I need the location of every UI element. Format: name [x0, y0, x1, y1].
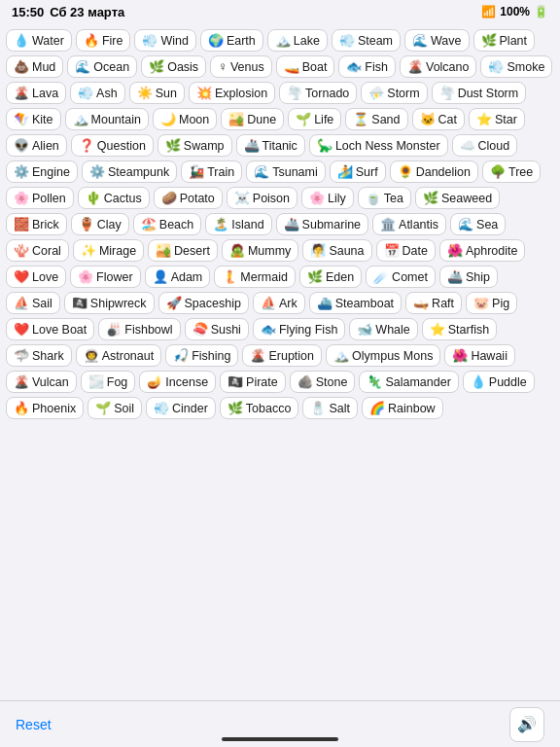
- tag-boat[interactable]: 🚤Boat: [276, 55, 335, 78]
- tag-raft[interactable]: 🛶Raft: [405, 292, 462, 314]
- tag-whale[interactable]: 🐋Whale: [349, 318, 417, 340]
- tag-surf[interactable]: 🏄Surf: [330, 160, 386, 183]
- tag-date[interactable]: 📅Date: [376, 239, 436, 262]
- tag-titanic[interactable]: 🚢Titanic: [236, 134, 305, 157]
- tag-fire[interactable]: 🔥Fire: [76, 29, 131, 52]
- tag-brick[interactable]: 🧱Brick: [6, 213, 67, 235]
- tag-pirate[interactable]: 🏴‍☠️Pirate: [220, 371, 286, 393]
- tag-mud[interactable]: 💩Mud: [6, 55, 63, 78]
- tag-pollen[interactable]: 🌸Pollen: [6, 187, 74, 209]
- tag-fog[interactable]: 🌫️Fog: [81, 371, 136, 393]
- tag-hawaii[interactable]: 🌺Hawaii: [444, 344, 515, 367]
- tag-beach[interactable]: 🏖️Beach: [133, 213, 201, 235]
- tag-wind[interactable]: 💨Wind: [134, 29, 195, 52]
- tag-alien[interactable]: 👽Alien: [6, 134, 67, 157]
- tag-clay[interactable]: 🏺Clay: [71, 213, 129, 235]
- tag-comet[interactable]: ☄️Comet: [366, 266, 436, 288]
- tag-seaweed[interactable]: 🌿Seaweed: [415, 187, 500, 209]
- tag-smoke[interactable]: 💨Smoke: [480, 55, 552, 78]
- tag-tree[interactable]: 🌳Tree: [482, 160, 541, 183]
- tag-rainbow[interactable]: 🌈Rainbow: [362, 397, 443, 419]
- tag-sand[interactable]: ⏳Sand: [345, 108, 407, 130]
- tag-sauna[interactable]: 🧖Sauna: [302, 239, 371, 262]
- tag-soil[interactable]: 🌱Soil: [88, 397, 142, 419]
- tag-life[interactable]: 🌱Life: [288, 108, 341, 130]
- tag-steamboat[interactable]: ⛴️Steamboat: [309, 292, 402, 314]
- tag-sea[interactable]: 🌊Sea: [450, 213, 506, 235]
- tag-mummy[interactable]: 🧟Mummy: [222, 239, 298, 262]
- tag-lake[interactable]: 🏔️Lake: [267, 29, 328, 52]
- tag-adam[interactable]: 👤Adam: [145, 266, 211, 288]
- tag-earth[interactable]: 🌍Earth: [200, 29, 263, 52]
- tag-lily[interactable]: 🌸Lily: [301, 187, 354, 209]
- tag-sushi[interactable]: 🍣Sushi: [185, 318, 249, 340]
- sound-button[interactable]: 🔊: [509, 707, 544, 742]
- tag-loch-ness-monster[interactable]: 🦕Loch Ness Monster: [309, 134, 448, 157]
- tag-wave[interactable]: 🌊Wave: [404, 29, 470, 52]
- tag-cinder[interactable]: 💨Cinder: [146, 397, 216, 419]
- tag-explosion[interactable]: 💥Explosion: [189, 82, 275, 104]
- tag-tobacco[interactable]: 🌿Tobacco: [220, 397, 299, 419]
- tag-aphrodite[interactable]: 🌺Aphrodite: [439, 239, 526, 262]
- tag-shipwreck[interactable]: 🏴‍☠️Shipwreck: [64, 292, 155, 314]
- tag-moon[interactable]: 🌙Moon: [153, 108, 217, 130]
- tag-sail[interactable]: ⛵Sail: [6, 292, 60, 314]
- tag-incense[interactable]: 🪔Incense: [139, 371, 216, 393]
- tag-mountain[interactable]: 🏔️Mountain: [65, 108, 149, 130]
- tag-fishing[interactable]: 🎣Fishing: [165, 344, 238, 367]
- tag-dust-storm[interactable]: 🌪️Dust Storm: [432, 82, 527, 104]
- tag-love[interactable]: ❤️Love: [6, 266, 66, 288]
- tag-engine[interactable]: ⚙️Engine: [6, 160, 78, 183]
- tag-steampunk[interactable]: ⚙️Steampunk: [82, 160, 177, 183]
- tag-salamander[interactable]: 🦎Salamander: [359, 371, 458, 393]
- tag-tea[interactable]: 🍵Tea: [358, 187, 411, 209]
- tag-puddle[interactable]: 💧Puddle: [463, 371, 535, 393]
- tag-volcano[interactable]: 🌋Volcano: [400, 55, 476, 78]
- tag-submarine[interactable]: 🚢Submarine: [276, 213, 368, 235]
- tag-eruption[interactable]: 🌋Eruption: [242, 344, 322, 367]
- tag-phoenix[interactable]: 🔥Phoenix: [6, 397, 84, 419]
- tag-eden[interactable]: 🌿Eden: [299, 266, 362, 288]
- tag-island[interactable]: 🏝️Island: [205, 213, 271, 235]
- reset-button[interactable]: Reset: [16, 717, 52, 732]
- tag-ocean[interactable]: 🌊Ocean: [67, 55, 137, 78]
- tag-starfish[interactable]: ⭐Starfish: [422, 318, 497, 340]
- tag-steam[interactable]: 💨Steam: [332, 29, 401, 52]
- tag-oasis[interactable]: 🌿Oasis: [141, 55, 206, 78]
- tag-vulcan[interactable]: 🌋Vulcan: [6, 371, 77, 393]
- tag-desert[interactable]: 🏜️Desert: [148, 239, 218, 262]
- tag-tornado[interactable]: 🌪️Tornado: [279, 82, 357, 104]
- tag-dandelion[interactable]: 🌻Dandelion: [390, 160, 478, 183]
- tag-sun[interactable]: ☀️Sun: [129, 82, 185, 104]
- tag-cloud[interactable]: ☁️Cloud: [452, 134, 518, 157]
- tag-kite[interactable]: 🪁Kite: [6, 108, 61, 130]
- tag-coral[interactable]: 🪸Coral: [6, 239, 69, 262]
- tag-ash[interactable]: 💨Ash: [70, 82, 125, 104]
- tag-spaceship[interactable]: 🚀Spaceship: [158, 292, 249, 314]
- tag-fish[interactable]: 🐟Fish: [338, 55, 396, 78]
- tag-tsunami[interactable]: 🌊Tsunami: [246, 160, 326, 183]
- tag-ship[interactable]: 🚢Ship: [439, 266, 498, 288]
- tag-love-boat[interactable]: ❤️Love Boat: [6, 318, 94, 340]
- tag-water[interactable]: 💧Water: [6, 29, 72, 52]
- tag-salt[interactable]: 🧂Salt: [302, 397, 358, 419]
- tag-mermaid[interactable]: 🧜Mermaid: [214, 266, 296, 288]
- tag-flower[interactable]: 🌸Flower: [70, 266, 141, 288]
- tag-olympus-mons[interactable]: 🏔️Olympus Mons: [326, 344, 440, 367]
- tag-swamp[interactable]: 🌿Swamp: [158, 134, 232, 157]
- tag-astronaut[interactable]: 👨‍🚀Astronaut: [76, 344, 162, 367]
- tag-cactus[interactable]: 🌵Cactus: [78, 187, 150, 209]
- tag-atlantis[interactable]: 🏛️Atlantis: [372, 213, 446, 235]
- tag-fishbowl[interactable]: 🎳Fishbowl: [98, 318, 180, 340]
- tag-potato[interactable]: 🥔Potato: [154, 187, 223, 209]
- tag-train[interactable]: 🚂Train: [181, 160, 242, 183]
- tag-ark[interactable]: ⛵Ark: [253, 292, 305, 314]
- tag-mirage[interactable]: ✨Mirage: [73, 239, 144, 262]
- tag-plant[interactable]: 🌿Plant: [473, 29, 536, 52]
- tag-lava[interactable]: 🌋Lava: [6, 82, 66, 104]
- tag-dune[interactable]: 🏜️Dune: [221, 108, 284, 130]
- tag-storm[interactable]: ⛈️Storm: [361, 82, 427, 104]
- tag-pig[interactable]: 🐷Pig: [466, 292, 517, 314]
- tag-star[interactable]: ⭐Star: [469, 108, 525, 130]
- tag-stone[interactable]: 🪨Stone: [290, 371, 356, 393]
